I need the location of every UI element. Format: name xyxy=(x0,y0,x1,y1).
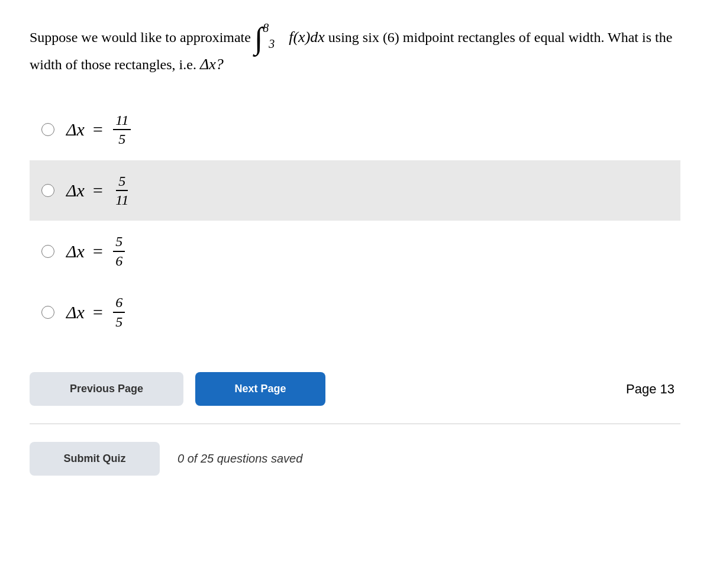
option-1-label[interactable]: Δx = 11 5 xyxy=(66,112,133,147)
options-container: Δx = 11 5 Δx = 5 11 Δx = 5 6 xyxy=(30,99,680,343)
next-page-button[interactable]: Next Page xyxy=(195,372,325,406)
option-3[interactable]: Δx = 5 6 xyxy=(30,221,680,282)
divider xyxy=(30,424,680,424)
option-1[interactable]: Δx = 11 5 xyxy=(30,99,680,160)
option-3-radio[interactable] xyxy=(41,245,54,258)
question-text: Suppose we would like to approximate ∫83… xyxy=(30,24,680,76)
saved-status: 0 of 25 questions saved xyxy=(178,452,302,466)
option-3-denominator: 6 xyxy=(113,252,125,269)
submit-quiz-button[interactable]: Submit Quiz xyxy=(30,442,160,476)
option-2-radio[interactable] xyxy=(41,184,54,197)
option-4[interactable]: Δx = 6 5 xyxy=(30,282,680,343)
option-4-denominator: 5 xyxy=(113,313,125,329)
option-1-denominator: 5 xyxy=(116,130,128,147)
navigation-row: Previous Page Next Page Page 13 xyxy=(30,372,680,406)
integral-body: f(x)dx xyxy=(289,28,325,46)
option-1-radio[interactable] xyxy=(41,123,54,136)
option-2[interactable]: Δx = 5 11 xyxy=(30,160,680,221)
option-2-denominator: 11 xyxy=(113,191,131,208)
integral-expression: ∫83 xyxy=(254,24,275,53)
page-indicator: Page 13 xyxy=(626,382,680,397)
option-4-radio[interactable] xyxy=(41,306,54,319)
option-2-label[interactable]: Δx = 5 11 xyxy=(66,173,133,208)
option-4-numerator: 6 xyxy=(113,295,125,312)
option-1-numerator: 11 xyxy=(113,112,131,130)
option-4-label[interactable]: Δx = 6 5 xyxy=(66,295,127,329)
option-3-numerator: 5 xyxy=(113,234,125,251)
option-2-numerator: 5 xyxy=(116,173,128,191)
delta-symbol: Δx? xyxy=(200,56,224,73)
footer-row: Submit Quiz 0 of 25 questions saved xyxy=(30,442,680,476)
previous-page-button[interactable]: Previous Page xyxy=(30,372,183,406)
question-text-before: Suppose we would like to approximate xyxy=(30,30,251,45)
option-3-label[interactable]: Δx = 5 6 xyxy=(66,234,127,269)
